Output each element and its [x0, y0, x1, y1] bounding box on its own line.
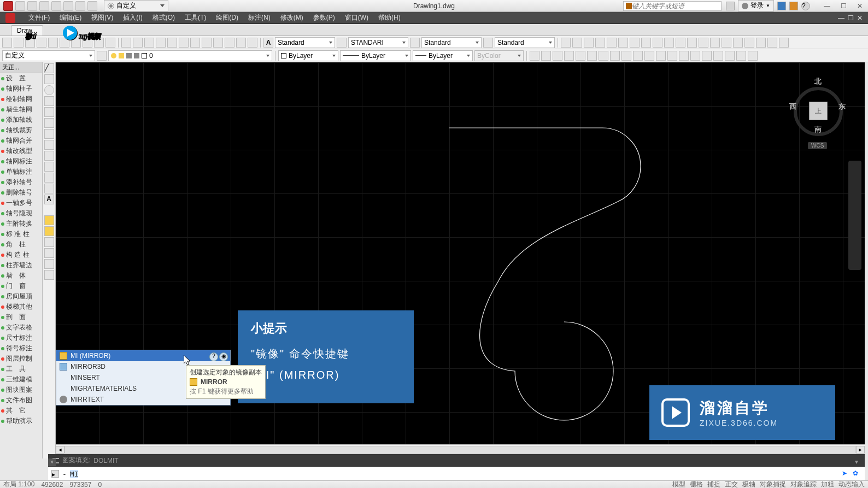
status-toggle[interactable]: 对象捕捉 [760, 480, 786, 488]
dim-tool-icon[interactable] [733, 38, 743, 48]
status-toggle[interactable]: 捕捉 [707, 480, 720, 488]
table-style-dropdown[interactable]: Standard [421, 37, 482, 48]
redo-button[interactable] [87, 1, 97, 11]
sidebar-item[interactable]: 三维建模 [0, 374, 42, 385]
sun-tool[interactable] [44, 226, 54, 236]
dim-tool-icon[interactable] [641, 38, 651, 48]
tool-icon[interactable] [213, 38, 223, 48]
dim-tool-icon[interactable] [618, 38, 628, 48]
layer-tool[interactable] [44, 270, 54, 280]
mod-tool-icon[interactable] [644, 51, 654, 61]
status-toggle[interactable]: 对象追踪 [790, 480, 817, 488]
layer-props-icon[interactable] [97, 51, 107, 61]
status-toggle[interactable]: 正交 [725, 480, 738, 488]
text-style-dropdown[interactable]: Standard [275, 37, 335, 48]
linetype-dropdown[interactable]: ByLayer [340, 50, 411, 61]
mleader-style-icon[interactable] [483, 38, 493, 48]
wcs-label[interactable]: WCS [808, 142, 827, 149]
mod-tool-icon[interactable] [553, 51, 562, 61]
ac-help-icon[interactable]: ? [209, 352, 218, 361]
tool-icon[interactable] [14, 38, 24, 48]
minimize-button[interactable]: — [819, 1, 835, 11]
dim-tool-icon[interactable] [664, 38, 674, 48]
viewcube-north[interactable]: 北 [814, 77, 822, 86]
sidebar-item[interactable]: 添补轴号 [0, 177, 42, 187]
tool-icon[interactable] [167, 38, 177, 48]
menu-edit[interactable]: 编辑(E) [60, 13, 81, 22]
line-tool[interactable]: ╱ [44, 63, 54, 73]
viewcube-west[interactable]: 西 [789, 102, 796, 111]
help-search-box[interactable] [623, 1, 722, 11]
sidebar-item[interactable]: 构 造 柱 [0, 250, 42, 260]
menu-modify[interactable]: 修改(M) [280, 13, 303, 22]
sidebar-item[interactable]: 角 柱 [0, 239, 42, 250]
tool-icon[interactable] [71, 38, 81, 48]
layer-tool[interactable] [44, 248, 54, 258]
tool-icon[interactable] [37, 38, 46, 48]
status-toggle[interactable]: 加粗 [821, 480, 834, 488]
tool-icon[interactable] [144, 38, 154, 48]
dim-tool-icon[interactable] [676, 38, 685, 48]
sidebar-item[interactable]: 设 置 [0, 73, 42, 84]
sidebar-item[interactable]: 轴改线型 [0, 146, 42, 156]
sidebar-item[interactable]: 文件布图 [0, 395, 42, 405]
app-menu-button[interactable] [3, 1, 13, 11]
status-toggle[interactable]: 模型 [672, 480, 685, 488]
sidebar-item[interactable]: 标 准 柱 [0, 229, 42, 239]
tool-icon[interactable] [2, 38, 12, 48]
mod-tool-icon[interactable] [748, 51, 758, 61]
mod-tool-icon[interactable] [610, 51, 620, 61]
viewcube-south[interactable]: 南 [814, 125, 822, 134]
sidebar-item[interactable]: 图层控制 [0, 354, 42, 364]
mod-tool-icon[interactable] [564, 51, 574, 61]
workspace-dropdown[interactable]: 自定义 [104, 0, 168, 11]
signin-button[interactable]: 登录 ▼ [738, 0, 774, 11]
dim-style-dropdown[interactable]: STANDARI [348, 37, 408, 48]
sidebar-item[interactable]: 墙生轴网 [0, 104, 42, 115]
help-icon[interactable]: ? [801, 2, 810, 10]
menu-insert[interactable]: 插入(I) [123, 13, 142, 22]
sidebar-item[interactable]: 轴线裁剪 [0, 125, 42, 136]
scroll-right-button[interactable]: ► [856, 446, 865, 454]
text-tool[interactable]: A [44, 195, 54, 204]
menu-file[interactable]: 文件(F) [28, 13, 50, 22]
dim-tool-icon[interactable] [687, 38, 697, 48]
spline-tool[interactable] [44, 140, 54, 150]
tool-icon[interactable] [60, 38, 69, 48]
status-toggle[interactable]: 栅格 [690, 480, 703, 488]
cmd-close-x[interactable]: × [48, 458, 56, 466]
mod-tool-icon[interactable] [667, 51, 677, 61]
mod-tool-icon[interactable] [702, 51, 712, 61]
mod-tool-icon[interactable] [736, 51, 746, 61]
hist-dropdown-icon[interactable]: ▾ [855, 458, 860, 463]
sidebar-item[interactable]: 图块图案 [0, 385, 42, 395]
doc-close[interactable]: ✕ [857, 14, 863, 22]
sidebar-item[interactable]: 尺寸标注 [0, 333, 42, 343]
tool-icon[interactable] [236, 38, 246, 48]
saveas-button[interactable] [51, 1, 61, 11]
menu-tools[interactable]: 工具(T) [185, 13, 206, 22]
menu-parametric[interactable]: 参数(P) [313, 13, 335, 22]
sidebar-item[interactable]: 添加轴线 [0, 115, 42, 125]
command-input-text[interactable]: MI [70, 470, 79, 478]
sidebar-item[interactable]: 轴网柱子 [0, 84, 42, 94]
sidebar-item[interactable]: 单轴标注 [0, 167, 42, 177]
doc-minimize[interactable]: — [838, 14, 844, 22]
mleader-style-dropdown[interactable]: Standard [495, 37, 555, 48]
lightbulb-tool[interactable] [44, 215, 54, 225]
text-style-icon[interactable]: A [263, 38, 273, 48]
view-cube[interactable]: 北 上 西 东 南 WCS [788, 68, 848, 144]
dim-style-icon[interactable] [337, 38, 347, 48]
open-button[interactable] [27, 1, 37, 11]
tool-icon[interactable] [248, 38, 257, 48]
tool-icon[interactable] [156, 38, 166, 48]
sidebar-item[interactable]: 删除轴号 [0, 187, 42, 198]
tool-icon[interactable] [190, 38, 200, 48]
dim-tool-icon[interactable] [653, 38, 662, 48]
tool-icon[interactable] [179, 38, 189, 48]
status-toggle[interactable]: 极轴 [742, 480, 755, 488]
sidebar-item[interactable]: 剖 面 [0, 312, 42, 322]
point-tool[interactable] [44, 184, 54, 193]
sidebar-item[interactable]: 楼梯其他 [0, 302, 42, 312]
menu-view[interactable]: 视图(V) [91, 13, 113, 22]
